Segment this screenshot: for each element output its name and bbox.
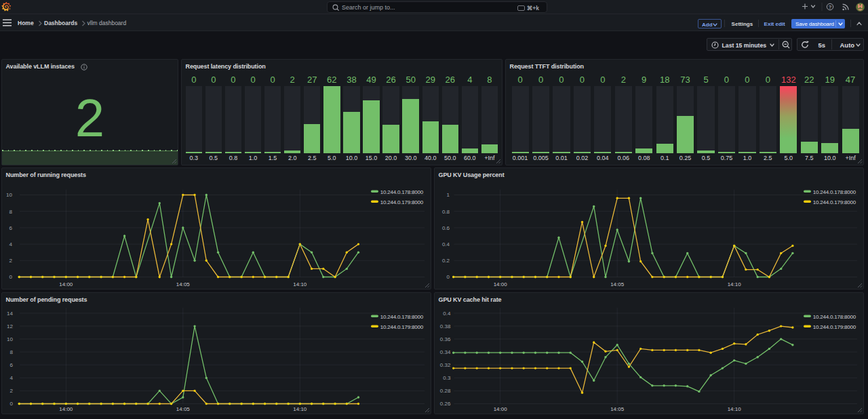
svg-text:4: 4 — [9, 241, 13, 247]
svg-text:10.244.0.178:8000: 10.244.0.178:8000 — [813, 189, 856, 195]
svg-text:0.8: 0.8 — [442, 209, 450, 215]
svg-text:14:05: 14:05 — [176, 281, 191, 287]
svg-text:0: 0 — [10, 401, 14, 407]
svg-text:0.4: 0.4 — [443, 311, 451, 317]
svg-text:14: 14 — [7, 311, 13, 317]
svg-text:0.34: 0.34 — [440, 349, 451, 355]
svg-text:14:05: 14:05 — [610, 406, 625, 412]
svg-text:0.2: 0.2 — [442, 258, 450, 264]
svg-text:10.244.0.178:8000: 10.244.0.178:8000 — [380, 314, 424, 320]
svg-text:0.38: 0.38 — [440, 323, 451, 330]
svg-text:10.244.0.178:8000: 10.244.0.178:8000 — [813, 314, 856, 320]
svg-text:4: 4 — [10, 375, 14, 381]
svg-text:8: 8 — [9, 209, 13, 215]
svg-text:14:00: 14:00 — [59, 406, 73, 412]
svg-text:10.244.0.178:8000: 10.244.0.178:8000 — [380, 189, 424, 195]
svg-text:6: 6 — [9, 225, 13, 231]
svg-text:10.244.0.179:8000: 10.244.0.179:8000 — [813, 199, 856, 205]
svg-text:0.4: 0.4 — [442, 241, 450, 247]
svg-text:0: 0 — [9, 274, 13, 280]
svg-text:?: ? — [829, 4, 832, 10]
svg-text:14:10: 14:10 — [293, 281, 307, 287]
svg-text:0.28: 0.28 — [440, 388, 451, 394]
svg-text:0.6: 0.6 — [442, 225, 450, 231]
svg-text:10.244.0.179:8000: 10.244.0.179:8000 — [380, 324, 424, 330]
svg-text:14:05: 14:05 — [610, 281, 625, 287]
svg-text:0.26: 0.26 — [440, 401, 451, 407]
svg-text:0.3: 0.3 — [443, 375, 451, 381]
svg-text:12: 12 — [7, 323, 13, 330]
svg-text:14:10: 14:10 — [728, 281, 742, 287]
svg-text:14:00: 14:00 — [59, 281, 73, 287]
svg-text:0.36: 0.36 — [440, 336, 451, 342]
svg-text:10: 10 — [6, 192, 12, 198]
svg-text:6: 6 — [10, 362, 14, 368]
svg-text:0.32: 0.32 — [440, 362, 451, 368]
svg-text:10.244.0.179:8000: 10.244.0.179:8000 — [380, 199, 424, 205]
svg-text:14:10: 14:10 — [728, 406, 742, 412]
svg-text:10: 10 — [7, 336, 13, 342]
svg-text:14:00: 14:00 — [494, 281, 508, 287]
svg-text:14:10: 14:10 — [293, 406, 307, 412]
svg-text:2: 2 — [10, 388, 14, 394]
svg-text:2: 2 — [9, 258, 13, 264]
svg-text:1: 1 — [447, 192, 450, 198]
svg-text:14:00: 14:00 — [494, 406, 508, 412]
svg-text:0: 0 — [447, 274, 450, 280]
svg-text:10.244.0.179:8000: 10.244.0.179:8000 — [813, 324, 856, 330]
svg-text:14:05: 14:05 — [176, 406, 191, 412]
svg-text:8: 8 — [10, 349, 14, 355]
